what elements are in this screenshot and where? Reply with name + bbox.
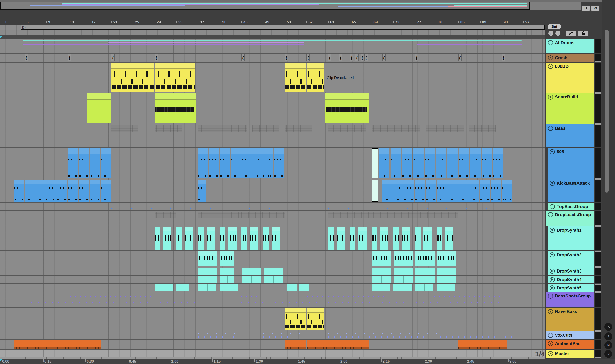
clip-dropsynth1[interactable] [415,227,421,250]
clip-808bd[interactable] [111,63,154,92]
clip-rave-bass[interactable] [285,308,306,330]
clip-kickbassattack[interactable] [100,180,111,202]
clip-808bd[interactable] [155,63,195,92]
clip-crash[interactable]: ( [328,54,331,62]
track-group-icon[interactable] [548,212,553,217]
clip-crash[interactable]: ( [415,54,418,62]
clip-808[interactable] [79,148,89,178]
track-header-snarebuild[interactable]: SnareBuild [546,93,594,124]
clip-808[interactable] [493,148,503,178]
clip-dropsynth5[interactable] [299,284,309,291]
clip-kickbassattack[interactable] [198,180,206,202]
clip-dropsynth4[interactable] [437,276,456,283]
clip-crash[interactable]: ( [68,54,71,62]
track-unfold-icon[interactable] [548,341,553,346]
clip-kickbassattack[interactable] [79,180,89,202]
track-play-icon[interactable] [550,286,555,290]
clip-dropsynth1[interactable] [402,227,410,250]
track-lane-dropsynth1[interactable] [0,226,545,250]
track-header-808[interactable]: 808 [548,148,594,179]
clip-crash[interactable]: ( [502,54,505,62]
track-play-icon[interactable] [548,351,553,356]
clip-rave-bass[interactable] [307,308,324,330]
clip-snarebuild[interactable] [326,93,369,123]
optimize-width-button[interactable]: W [591,6,599,11]
track-group-icon[interactable] [548,294,553,299]
clip-dropsynth1[interactable] [176,227,182,250]
track-unfold-icon[interactable] [550,149,555,154]
clip-dropsynth3[interactable] [415,268,435,275]
clip-crash[interactable]: ( [25,54,28,62]
track-header-rave-bass[interactable]: Rave Bass [546,308,594,331]
mixer-section-toggle-d[interactable]: D [604,350,612,358]
track-header-voxcuts[interactable]: VoxCuts [546,331,594,339]
clip-snarebuild[interactable] [87,93,101,123]
track-lane-bass[interactable] [0,124,545,147]
clip-dropsynth3[interactable] [198,268,217,275]
clip-808[interactable] [68,148,78,178]
track-lane-dropsynth2[interactable] [0,251,545,267]
track-lane-808[interactable] [0,148,545,179]
clip-kickbassattack[interactable] [437,180,447,202]
track-header-ambientpad[interactable]: AmbientPad [546,340,594,349]
track-lane-808bd[interactable]: Clip Deactivated [0,63,545,92]
clip-dropsynth5[interactable] [155,284,173,291]
clip-kickbassattack[interactable] [57,180,68,202]
track-unfold-icon[interactable] [548,94,553,100]
clip-808[interactable] [459,148,469,178]
clip-808[interactable] [198,148,208,178]
clip-dropsynth1[interactable] [437,227,442,250]
clip-dropsynth1[interactable] [423,227,432,250]
clip-crash[interactable]: ( [155,54,158,62]
track-lane-dropleadsgroup[interactable] [0,211,545,226]
clip-ambientpad[interactable] [307,340,369,349]
prev-locator-button[interactable]: ← [548,31,553,36]
clip-crash[interactable]: ( [306,54,310,62]
clip-808[interactable] [252,148,263,178]
clip-808[interactable] [448,148,458,178]
clip-dropsynth1[interactable] [198,227,204,250]
clip-dropsynth1[interactable] [250,227,258,250]
clip-kickbassattack[interactable] [448,180,458,202]
clip-kickbassattack[interactable] [404,180,414,202]
clip-dropsynth3[interactable] [220,268,234,275]
clip-808[interactable] [482,148,492,178]
clip-snarebuild[interactable] [155,93,196,123]
clip-deactivated[interactable]: Clip Deactivated [325,63,355,92]
track-play-icon[interactable] [550,277,555,282]
clip-kickbassattack[interactable] [90,180,100,202]
arrangement-overview[interactable] [0,2,581,10]
clip-kickbassattack[interactable] [491,180,501,202]
clip-dropsynth3[interactable] [394,268,413,275]
clip-808bd[interactable] [307,63,324,92]
clip-dropsynth4[interactable] [415,276,435,283]
clip-dropsynth5[interactable] [287,284,297,291]
clip-808[interactable] [470,148,480,178]
overview-visible-region-box[interactable] [0,2,530,10]
vertical-scrollbar[interactable] [605,29,609,193]
clip-dropsynth1[interactable] [241,227,247,250]
track-header-dropsynth1[interactable]: DropSynth1 [548,226,594,250]
clip-kickbassattack[interactable] [25,180,35,202]
track-unfold-icon[interactable] [548,309,553,314]
track-lane-topbassgroup[interactable] [0,203,545,210]
clip-808[interactable] [436,148,446,178]
clip-dropsynth2[interactable] [415,251,435,266]
track-lane-dropsynth5[interactable] [0,284,545,292]
clip-kickbassattack[interactable] [458,180,469,202]
clip-crash[interactable]: ( [364,54,368,62]
clip-dropsynth4[interactable] [372,276,391,283]
track-lane-kickbassattack[interactable] [0,179,545,202]
clip-808[interactable] [100,148,111,178]
clip-dropsynth2[interactable] [198,251,217,266]
clip-crash[interactable]: ( [285,54,288,62]
track-unfold-icon[interactable] [550,181,555,186]
track-group-icon[interactable] [550,204,555,209]
clip-ambientpad[interactable] [285,340,306,349]
clip-crash[interactable]: ( [458,54,462,62]
track-header-dropleadsgroup[interactable]: DropLeadsGroup [546,211,594,226]
set-locator-button[interactable]: Set [547,24,561,29]
track-header-dropsynth5[interactable]: DropSynth5 [548,284,594,292]
clip-ambientpad[interactable] [14,340,57,349]
next-locator-button[interactable]: → [555,31,560,36]
